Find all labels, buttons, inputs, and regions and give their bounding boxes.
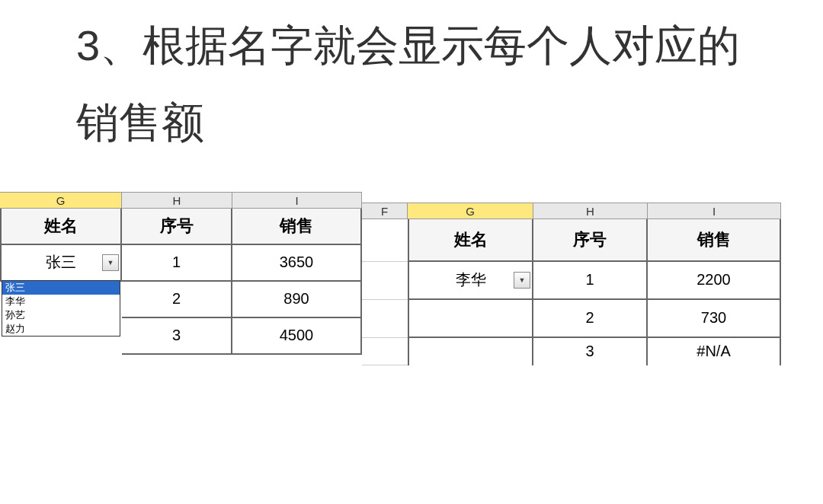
cell-sales[interactable]: 4500 bbox=[232, 318, 362, 355]
table-row: 3 #N/A bbox=[362, 338, 781, 365]
table-row: 2 730 bbox=[362, 300, 781, 338]
cell-sales[interactable]: 3650 bbox=[232, 245, 362, 282]
table-row: 3 4500 bbox=[122, 318, 362, 355]
table-row: 张三 ▼ 张三 李华 孙艺 赵力 1 3650 bbox=[0, 245, 362, 282]
name-dropdown-cell[interactable]: 张三 ▼ 张三 李华 孙艺 赵力 bbox=[0, 245, 122, 282]
cell-seq[interactable]: 3 bbox=[122, 318, 232, 355]
table-row: 李华 ▼ 1 2200 bbox=[362, 262, 781, 300]
col-header-g[interactable]: G bbox=[0, 193, 122, 209]
blank-cell[interactable] bbox=[362, 300, 408, 338]
dropdown-list: 张三 李华 孙艺 赵力 bbox=[2, 280, 120, 337]
column-headers-right: F G H I bbox=[362, 203, 781, 219]
cell-sales[interactable]: 890 bbox=[232, 282, 362, 318]
dropdown-button[interactable]: ▼ bbox=[514, 272, 530, 289]
col-header-h[interactable]: H bbox=[122, 193, 232, 209]
table-row: 2 890 bbox=[122, 282, 362, 318]
header-name[interactable]: 姓名 bbox=[0, 209, 122, 245]
column-headers-left: G H I bbox=[0, 192, 362, 209]
table-header-row: 姓名 序号 销售 bbox=[362, 219, 781, 262]
col-header-h[interactable]: H bbox=[533, 203, 648, 219]
right-spreadsheet: F G H I 姓名 序号 销售 李华 ▼ 1 2200 bbox=[362, 203, 781, 365]
cell-sales[interactable]: #N/A bbox=[648, 338, 781, 365]
blank-cell[interactable] bbox=[362, 338, 408, 365]
data-table-left: 姓名 序号 销售 张三 ▼ 张三 李华 孙艺 赵力 1 bbox=[0, 209, 362, 355]
dropdown-button[interactable]: ▼ bbox=[102, 254, 119, 271]
cell-seq[interactable]: 1 bbox=[122, 245, 232, 282]
header-sales[interactable]: 销售 bbox=[232, 209, 362, 245]
dropdown-option[interactable]: 孙艺 bbox=[2, 308, 120, 322]
blank-cell[interactable] bbox=[362, 262, 408, 300]
table-header-row: 姓名 序号 销售 bbox=[0, 209, 362, 245]
chevron-down-icon: ▼ bbox=[519, 276, 526, 284]
header-seq[interactable]: 序号 bbox=[533, 219, 648, 262]
col-header-i[interactable]: I bbox=[232, 193, 362, 209]
tables-container: G H I 姓名 序号 销售 张三 ▼ 张三 李华 孙艺 bbox=[0, 192, 823, 365]
col-header-g[interactable]: G bbox=[408, 203, 533, 219]
chevron-down-icon: ▼ bbox=[107, 259, 114, 266]
col-header-f[interactable]: F bbox=[362, 203, 408, 219]
cell-seq[interactable]: 2 bbox=[533, 300, 648, 338]
cell-seq[interactable]: 3 bbox=[533, 338, 648, 365]
instruction-text: 3、根据名字就会显示每个人对应的销售额 bbox=[0, 0, 823, 192]
blank-cell[interactable] bbox=[362, 219, 408, 262]
dropdown-option[interactable]: 李华 bbox=[2, 295, 120, 308]
dropdown-option[interactable]: 张三 bbox=[2, 281, 120, 295]
data-table-right: 姓名 序号 销售 李华 ▼ 1 2200 2 730 bbox=[362, 219, 781, 365]
cell-seq[interactable]: 1 bbox=[533, 262, 648, 300]
cell-sales[interactable]: 2200 bbox=[648, 262, 781, 300]
name-dropdown-cell[interactable]: 李华 ▼ bbox=[408, 262, 533, 300]
header-sales[interactable]: 销售 bbox=[648, 219, 781, 262]
header-name[interactable]: 姓名 bbox=[408, 219, 533, 262]
cell-seq[interactable]: 2 bbox=[122, 282, 232, 318]
dropdown-option[interactable]: 赵力 bbox=[2, 322, 120, 336]
cell-sales[interactable]: 730 bbox=[648, 300, 781, 338]
col-header-i[interactable]: I bbox=[648, 203, 781, 219]
empty-cell[interactable] bbox=[408, 300, 533, 338]
empty-cell[interactable] bbox=[408, 338, 533, 365]
left-spreadsheet: G H I 姓名 序号 销售 张三 ▼ 张三 李华 孙艺 bbox=[0, 192, 362, 355]
header-seq[interactable]: 序号 bbox=[122, 209, 232, 245]
